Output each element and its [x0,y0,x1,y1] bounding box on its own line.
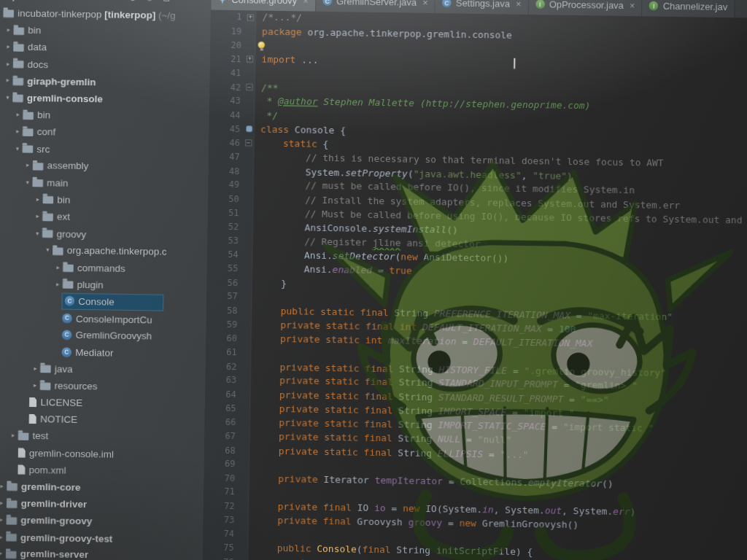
tab-label: Settings.java [456,0,510,9]
tree-item-label: src [36,143,50,155]
line-number: 62 [206,359,241,373]
folder-icon [63,265,74,273]
line-number: 70 [204,470,239,485]
chevron-right-icon[interactable]: ▸ [30,382,40,389]
tree-item-label: incubator-tinkerpop [tinkerpop] (~/g [18,7,176,21]
fold-gutter [241,276,252,289]
line-number: 75 [203,540,238,555]
java-class-icon: C [442,0,452,7]
tab-label: Channelizer.jav [663,1,728,12]
folder-icon [23,145,34,153]
text-caret [514,58,515,69]
fold-gutter [239,443,250,457]
close-icon[interactable]: × [630,0,635,11]
chevron-right-icon[interactable]: ▸ [53,264,63,271]
chevron-right-icon[interactable]: ▸ [0,533,6,540]
tree-item-label: gremlin-console.iml [29,447,114,459]
tree-item-label: gremlin-console [27,92,103,104]
tab-label: OpProcessor.java [549,0,624,11]
tree-item-label: gremlin-groovy [20,515,92,527]
settings-gear-icon[interactable]: ⚙ [145,0,153,3]
fold-gutter [239,499,249,513]
tree-item-label: Mediator [75,346,114,358]
gutter-marker-icon[interactable] [246,126,252,132]
tree-item-gremlin-server[interactable]: ▸gremlin-server [0,545,203,560]
fold-collapse-icon[interactable]: − [245,140,252,147]
tree-item-label: ConsoleImportCu [76,313,152,325]
chevron-down-icon[interactable]: ▾ [12,145,23,152]
chevron-down-icon[interactable]: ▾ [3,94,13,101]
chevron-down-icon[interactable]: ▾ [23,179,33,186]
chevron-right-icon[interactable]: ▸ [4,26,14,34]
close-icon[interactable]: × [516,0,521,9]
fold-gutter [238,513,249,526]
tree-item-label: gremlin-core [21,481,81,493]
fold-gutter [241,289,252,303]
fold-gutter [239,429,250,443]
fold-gutter: + [245,52,256,66]
editor-lines: 1+/*...*/19package org.apache.tinkerpop.… [203,10,747,560]
fold-expand-icon[interactable]: + [247,14,254,20]
tree-item-label: bin [28,25,41,36]
close-icon[interactable]: × [303,0,308,6]
tree-item-label: gremlin-driver [21,498,88,510]
tree-item-label: GremlinGroovysh [75,330,152,342]
chevron-right-icon[interactable]: ▸ [3,61,13,68]
tab-channelizer-java[interactable]: I Channelizer.jav [643,0,735,18]
line-number: 51 [208,206,243,220]
fold-gutter [237,555,248,560]
fold-gutter: + [246,10,257,24]
line-number: 66 [205,415,240,429]
locate-file-icon[interactable]: ⊙ [129,0,137,2]
fold-gutter [240,359,251,373]
chevron-right-icon[interactable]: ▸ [0,499,7,507]
intention-bulb-icon[interactable] [258,42,265,48]
tree-item-label: data [28,42,47,53]
chevron-right-icon[interactable]: ▸ [23,162,33,169]
line-number: 49 [209,177,244,192]
chevron-right-icon[interactable]: ▸ [4,43,14,50]
tab-opprocessor-java[interactable]: I OpProcessor.java × [529,0,643,16]
fold-gutter [242,234,253,248]
chevron-right-icon[interactable]: ▸ [53,281,63,288]
chevron-right-icon[interactable]: ▸ [13,128,23,136]
line-number: 67 [204,429,239,443]
close-icon[interactable]: × [422,0,427,8]
folder-icon [42,214,53,222]
fold-gutter [241,332,252,346]
tab-settings-java[interactable]: C Settings.java × [436,0,529,15]
chevron-right-icon[interactable]: ▸ [33,196,43,203]
folder-icon [40,365,51,373]
line-number: 56 [207,275,242,289]
line-number: 76 [203,554,238,560]
chevron-right-icon[interactable]: ▸ [8,432,18,440]
fold-collapse-icon[interactable]: − [246,84,252,90]
collapse-all-icon[interactable]: ⊟ [163,0,171,3]
folder-icon [63,281,74,289]
line-number: 1 [211,10,246,25]
line-number: 72 [204,499,239,513]
line-number: 43 [209,93,244,108]
chevron-right-icon[interactable]: ▸ [33,213,43,220]
tree-item-label: groovy [57,228,87,239]
fold-gutter [239,471,249,485]
chevron-right-icon[interactable]: ▸ [0,516,7,524]
folder-icon [18,432,29,440]
folder-icon [23,112,34,120]
project-panel-title[interactable]: Project [0,0,28,1]
chevron-right-icon[interactable]: ▸ [31,365,41,372]
fold-gutter [243,164,254,178]
folder-icon [6,551,17,559]
chevron-right-icon[interactable]: ▸ [0,551,6,558]
line-number: 45 [209,122,244,136]
chevron-down-icon[interactable]: ▾ [43,246,53,254]
folder-icon [13,44,24,52]
chevron-right-icon[interactable]: ▸ [3,77,13,85]
folder-icon [13,61,24,69]
chevron-down-icon[interactable]: ▾ [32,230,42,237]
fold-gutter [241,346,252,359]
chevron-right-icon[interactable]: ▸ [13,111,23,118]
folder-icon [12,95,23,103]
chevron-right-icon[interactable]: ▸ [0,483,7,490]
fold-expand-icon[interactable]: + [247,56,253,63]
